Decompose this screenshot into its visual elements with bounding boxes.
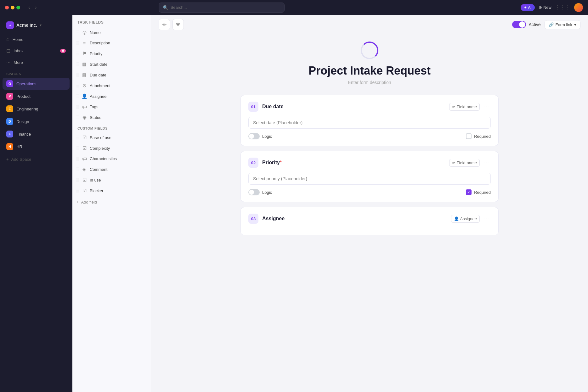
field-name-button[interactable]: ✏ Field name: [449, 103, 480, 111]
drag-handle[interactable]: ⣿: [76, 83, 79, 88]
drag-handle[interactable]: ⣿: [76, 157, 79, 161]
edit-button[interactable]: ✏: [159, 19, 170, 30]
form-title[interactable]: Project Intake Request: [240, 64, 499, 77]
sidebar-item-more[interactable]: ··· More: [3, 57, 70, 68]
sidebar-item-inbox[interactable]: ⊡ Inbox 9: [3, 45, 70, 56]
more-options-button[interactable]: ···: [482, 215, 491, 223]
minimize-window-btn[interactable]: [11, 6, 14, 9]
field-tags[interactable]: ⣿ 🏷 Tags: [72, 102, 151, 112]
back-button[interactable]: ‹: [26, 4, 32, 11]
sidebar-item-home[interactable]: ⌂ Home: [3, 34, 70, 45]
tags-icon: 🏷: [82, 104, 87, 109]
more-options-button[interactable]: ···: [482, 103, 491, 111]
active-toggle[interactable]: [512, 21, 526, 28]
field-start-date[interactable]: ⣿ ▦ Start date: [72, 59, 151, 70]
field-name-label: Name: [90, 30, 101, 35]
assignee-field-button[interactable]: 👤 Assignee: [451, 215, 480, 223]
field-name-button[interactable]: ✏ Field name: [449, 159, 480, 167]
toolbar-right: Active 🔗 Form link ▾: [512, 20, 580, 29]
grid-icon[interactable]: ⋮⋮⋮: [555, 4, 570, 10]
logic-toggle[interactable]: Logic: [248, 189, 272, 195]
sidebar-item-design[interactable]: D Design: [3, 115, 70, 127]
field-description-label: Description: [90, 41, 110, 45]
field-status[interactable]: ⣿ ◉ Status: [72, 112, 151, 123]
priority-input[interactable]: [248, 173, 491, 185]
drag-handle[interactable]: ⣿: [76, 30, 79, 35]
plus-icon: +: [76, 200, 79, 204]
due-date-input[interactable]: [248, 117, 491, 129]
drag-handle[interactable]: ⣿: [76, 135, 79, 140]
active-toggle-container: Active: [512, 21, 540, 28]
custom-fields-title: Custom Fields: [72, 123, 151, 132]
field-assignee[interactable]: ⣿ 👤 Assignee: [72, 91, 151, 102]
field-blocker[interactable]: ⣿ ☑ Blocker: [72, 185, 151, 196]
more-options-button[interactable]: ···: [482, 159, 491, 167]
field-attachment[interactable]: ⣿ ⊙ Attachment: [72, 80, 151, 91]
field-priority[interactable]: ⣿ ⚑ Priority: [72, 48, 151, 59]
drag-handle[interactable]: ⣿: [76, 146, 79, 150]
drag-handle[interactable]: ⣿: [76, 94, 79, 98]
edit-icon: ✏: [452, 160, 455, 165]
form-link-button[interactable]: 🔗 Form link ▾: [545, 20, 580, 29]
ai-button[interactable]: ✦ AI: [521, 4, 535, 11]
field-ease-of-use[interactable]: ⣿ ☑ Ease of use: [72, 132, 151, 143]
sidebar-item-finance[interactable]: F Finance: [3, 128, 70, 140]
field-card-left: 01 Due date: [248, 102, 284, 112]
field-complexity[interactable]: ⣿ ☑ Complexity: [72, 143, 151, 154]
drag-handle[interactable]: ⣿: [76, 178, 79, 182]
field-in-use[interactable]: ⣿ ☑ In use: [72, 175, 151, 185]
view-button[interactable]: 👁: [172, 19, 184, 30]
status-icon: ◉: [82, 115, 87, 120]
field-blocker-label: Blocker: [90, 188, 103, 193]
logic-switch[interactable]: [248, 189, 260, 195]
maximize-window-btn[interactable]: [16, 6, 20, 9]
user-avatar[interactable]: [574, 3, 583, 12]
required-checkbox[interactable]: ✓: [466, 189, 472, 195]
drag-handle[interactable]: ⣿: [76, 105, 79, 109]
field-status-label: Status: [90, 115, 101, 120]
field-name[interactable]: ⣿ ◎ Name: [72, 27, 151, 38]
field-characteristics[interactable]: ⣿ 🏷 Characteristics: [72, 154, 151, 164]
logic-knob: [249, 134, 254, 139]
drag-handle[interactable]: ⣿: [76, 41, 79, 45]
form-description[interactable]: Enter form description: [240, 80, 499, 85]
required-check[interactable]: ✓ Required: [466, 189, 491, 195]
drag-handle[interactable]: ⣿: [76, 167, 79, 171]
plus-icon: ⊕: [539, 5, 542, 10]
field-description[interactable]: ⣿ ≡ Description: [72, 38, 151, 48]
task-fields-title: Task Fields: [72, 15, 151, 27]
field-comment[interactable]: ⣿ ◈ Comment: [72, 164, 151, 175]
logic-label: Logic: [262, 190, 272, 195]
search-input[interactable]: [171, 5, 280, 10]
search-bar[interactable]: 🔍: [159, 3, 285, 13]
sidebar-item-engineering[interactable]: E Engineering: [3, 103, 70, 115]
sidebar-item-product[interactable]: P Product: [3, 90, 70, 102]
brand[interactable]: ✦ Acme Inc. ▾: [3, 19, 70, 31]
logic-toggle[interactable]: Logic: [248, 133, 272, 139]
logic-switch[interactable]: [248, 133, 260, 139]
required-check[interactable]: Required: [466, 133, 491, 139]
field-in-use-label: In use: [90, 178, 101, 182]
field-due-date[interactable]: ⣿ ▦ Due date: [72, 70, 151, 80]
required-checkbox[interactable]: [466, 133, 472, 139]
space-badge-engineering: E: [6, 105, 13, 112]
description-icon: ≡: [82, 40, 87, 46]
sidebar-item-hr[interactable]: H HR: [3, 141, 70, 153]
drag-handle[interactable]: ⣿: [76, 73, 79, 77]
new-button[interactable]: ⊕ New: [539, 5, 551, 10]
drag-handle[interactable]: ⣿: [76, 51, 79, 56]
active-label: Active: [529, 22, 540, 27]
close-window-btn[interactable]: [5, 6, 9, 9]
assignee-icon: 👤: [454, 216, 459, 221]
drag-handle[interactable]: ⣿: [76, 115, 79, 120]
field-number: 03: [248, 214, 258, 224]
drag-handle[interactable]: ⣿: [76, 188, 79, 193]
sidebar-item-operations[interactable]: O Operations: [3, 78, 70, 90]
add-space-button[interactable]: + Add Space: [3, 154, 70, 164]
field-card-name: Assignee: [262, 216, 285, 221]
forward-button[interactable]: ›: [33, 4, 38, 11]
brand-chevron-icon: ▾: [40, 23, 42, 27]
add-field-button[interactable]: + Add field: [72, 197, 151, 207]
drag-handle[interactable]: ⣿: [76, 62, 79, 66]
field-footer: Logic Required: [248, 133, 491, 139]
